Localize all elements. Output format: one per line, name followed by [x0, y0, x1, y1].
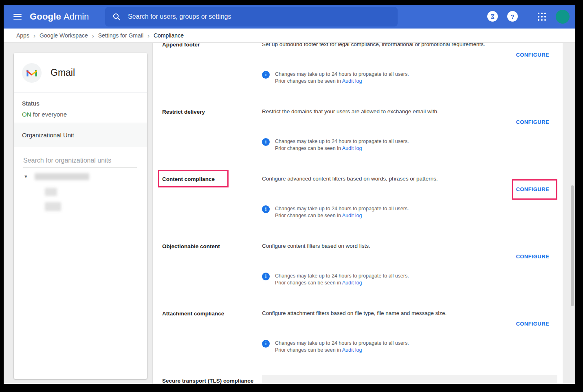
status-value: ON for everyone	[22, 111, 139, 118]
setting-row-append-footer: Append footer Set up outbound footer tex…	[153, 43, 563, 108]
breadcrumb-google-workspace[interactable]: Google Workspace	[40, 32, 88, 39]
setting-row-content-compliance: Content compliance Configure advanced co…	[153, 176, 563, 243]
audit-log-link[interactable]: Audit log	[342, 347, 362, 353]
search-input[interactable]	[127, 13, 390, 21]
info-line1: Changes may take up to 24 hours to propa…	[275, 71, 409, 77]
setting-title: Objectionable content	[162, 243, 259, 250]
setting-description: Configure attachment filters based on fi…	[262, 310, 538, 316]
info-line1: Changes may take up to 24 hours to propa…	[275, 206, 409, 211]
breadcrumb-apps[interactable]: Apps	[16, 32, 29, 39]
setting-title: Attachment compliance	[162, 310, 259, 317]
info-line2: Prior changes can be seen in	[275, 280, 342, 286]
info-line1: Changes may take up to 24 hours to propa…	[275, 139, 409, 144]
search-icon	[112, 13, 121, 21]
info-line1: Changes may take up to 24 hours to propa…	[275, 340, 409, 346]
setting-description: Restrict the domains that your users are…	[262, 108, 538, 115]
setting-row-attachment-compliance: Attachment compliance Configure attachme…	[153, 310, 563, 377]
question-mark-icon: ?	[510, 13, 514, 20]
apps-grid-icon[interactable]	[537, 12, 547, 22]
setting-title: Secure transport (TLS) compliance	[162, 377, 259, 384]
status-section: Status ON for everyone	[14, 93, 147, 123]
chevron-right-icon: ›	[33, 32, 35, 39]
setting-description: Configure advanced content filters based…	[262, 176, 538, 182]
admin-window: GoogleAdmin ? Apps	[4, 5, 575, 384]
status-label: Status	[22, 100, 139, 107]
audit-log-link[interactable]: Audit log	[342, 213, 362, 218]
org-unit-child-redacted[interactable]	[45, 188, 57, 196]
setting-row-secure-transport-tls: Secure transport (TLS) compliance	[153, 377, 563, 384]
setting-title: Append footer	[162, 43, 259, 48]
info-note: i Changes may take up to 24 hours to pro…	[262, 273, 409, 286]
configure-button[interactable]: CONFIGURE	[516, 321, 549, 327]
configure-button[interactable]: CONFIGURE	[516, 52, 549, 58]
menu-icon[interactable]	[13, 14, 22, 20]
info-line1: Changes may take up to 24 hours to propa…	[275, 273, 409, 279]
triangle-down-icon[interactable]: ▼	[24, 174, 28, 179]
breadcrumb: Apps › Google Workspace › Settings for G…	[4, 29, 575, 43]
chevron-right-icon: ›	[92, 32, 94, 39]
info-line2: Prior changes can be seen in	[275, 347, 342, 353]
info-note: i Changes may take up to 24 hours to pro…	[262, 340, 409, 354]
setting-description: Configure content filters based on word …	[262, 243, 538, 249]
info-note: i Changes may take up to 24 hours to pro…	[262, 138, 409, 152]
gmail-card: Gmail Status ON for everyone Organizatio…	[14, 53, 147, 379]
setting-description: Set up outbound footer text for legal co…	[262, 43, 538, 47]
scrollbar-thumb[interactable]	[571, 185, 574, 306]
help-button[interactable]: ?	[507, 11, 518, 22]
sidebar: Gmail Status ON for everyone Organizatio…	[4, 43, 153, 384]
breadcrumb-compliance: Compliance	[154, 32, 184, 39]
info-note: i Changes may take up to 24 hours to pro…	[262, 71, 409, 85]
gmail-logo-circle	[22, 63, 42, 83]
gmail-card-header: Gmail	[14, 53, 147, 93]
product-logo: GoogleAdmin	[30, 11, 89, 22]
brand-admin: Admin	[64, 11, 89, 22]
settings-panel: Append footer Set up outbound footer tex…	[153, 43, 563, 384]
audit-log-link[interactable]: Audit log	[342, 78, 362, 84]
chevron-right-icon: ›	[147, 32, 150, 39]
global-search[interactable]	[105, 7, 398, 26]
pending-tasks-button[interactable]	[487, 11, 498, 22]
info-line2: Prior changes can be seen in	[275, 145, 342, 151]
setting-row-hover-background	[262, 375, 557, 384]
hourglass-icon	[490, 14, 495, 19]
organizational-unit-header[interactable]: Organizational Unit	[14, 123, 147, 147]
page-title: Gmail	[51, 67, 75, 78]
org-unit-child-redacted[interactable]	[45, 202, 61, 211]
info-icon: i	[262, 205, 270, 213]
app-bar: GoogleAdmin ?	[4, 5, 575, 29]
status-on-badge: ON	[22, 111, 31, 118]
setting-title: Content compliance	[162, 176, 259, 183]
user-avatar[interactable]	[556, 10, 570, 24]
configure-button[interactable]: CONFIGURE	[516, 253, 549, 260]
status-rest: for everyone	[33, 111, 67, 118]
gmail-logo-icon	[26, 68, 38, 78]
org-unit-search-input[interactable]	[23, 157, 137, 167]
setting-title: Restrict delivery	[162, 108, 259, 115]
setting-row-objectionable-content: Objectionable content Configure content …	[153, 243, 563, 310]
info-line2: Prior changes can be seen in	[275, 78, 342, 84]
scrollbar-track[interactable]	[563, 43, 575, 384]
info-icon: i	[262, 273, 270, 280]
audit-log-link[interactable]: Audit log	[342, 280, 362, 286]
audit-log-link[interactable]: Audit log	[342, 145, 362, 151]
info-line2: Prior changes can be seen in	[275, 213, 342, 218]
breadcrumb-settings-for-gmail[interactable]: Settings for Gmail	[98, 32, 143, 39]
configure-button[interactable]: CONFIGURE	[516, 186, 549, 192]
info-icon: i	[262, 340, 270, 348]
page-content: Gmail Status ON for everyone Organizatio…	[4, 43, 575, 384]
org-unit-root-redacted[interactable]	[35, 173, 89, 180]
organizational-unit-label: Organizational Unit	[22, 132, 74, 139]
info-icon: i	[262, 71, 270, 79]
brand-google: Google	[30, 11, 61, 22]
info-icon: i	[262, 138, 270, 146]
info-note: i Changes may take up to 24 hours to pro…	[262, 205, 409, 219]
configure-button[interactable]: CONFIGURE	[516, 119, 549, 125]
setting-row-restrict-delivery: Restrict delivery Restrict the domains t…	[153, 108, 563, 176]
